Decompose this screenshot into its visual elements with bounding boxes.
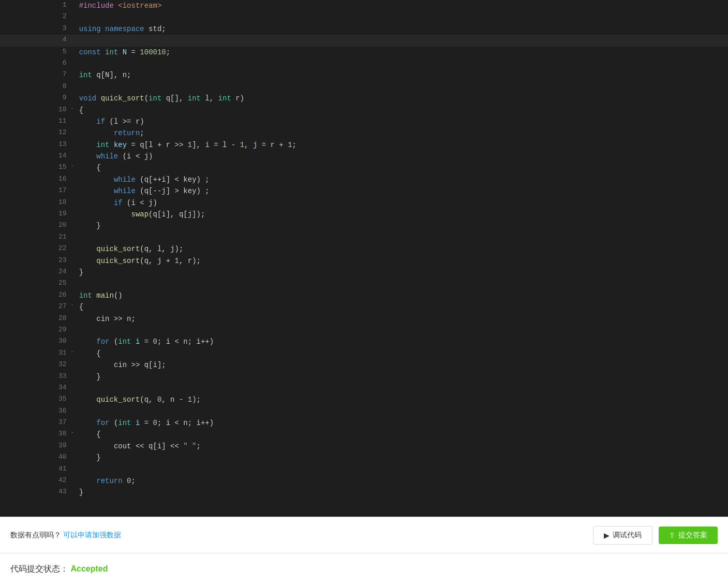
line-number: 38- bbox=[0, 429, 75, 440]
line-number: 42 bbox=[0, 475, 75, 487]
line-number: 1 bbox=[0, 0, 75, 11]
line-number: 33 bbox=[0, 371, 75, 383]
line-content: using namespace std; bbox=[75, 23, 728, 35]
apply-strong-data-link[interactable]: 可以申请加强数据 bbox=[63, 531, 121, 539]
line-number: 2 bbox=[0, 11, 75, 23]
line-content: { bbox=[75, 348, 728, 359]
line-content: cin >> n; bbox=[75, 313, 728, 325]
line-content bbox=[75, 325, 728, 336]
line-number: 41 bbox=[0, 464, 75, 475]
line-number: 5 bbox=[0, 47, 75, 58]
line-content: const int N = 100010; bbox=[75, 47, 728, 58]
line-number: 10- bbox=[0, 105, 75, 116]
line-content: { bbox=[75, 162, 728, 173]
line-content: } bbox=[75, 220, 728, 231]
line-content: while (q[--j] > key) ; bbox=[75, 185, 728, 197]
debug-icon: ▶ bbox=[604, 531, 610, 539]
line-number: 22 bbox=[0, 243, 75, 255]
line-content: { bbox=[75, 105, 728, 116]
line-content bbox=[75, 58, 728, 69]
code-table: 1#include <iostream>2 3using namespace s… bbox=[0, 0, 728, 499]
line-content bbox=[75, 11, 728, 23]
line-content: void quick_sort(int q[], int l, int r) bbox=[75, 93, 728, 104]
line-content bbox=[75, 35, 728, 46]
line-content bbox=[75, 232, 728, 243]
line-number: 26 bbox=[0, 290, 75, 301]
fold-indicator[interactable]: - bbox=[71, 162, 74, 170]
line-number: 15- bbox=[0, 162, 75, 173]
line-number: 34 bbox=[0, 383, 75, 394]
line-number: 8 bbox=[0, 81, 75, 93]
line-content: if (i < j) bbox=[75, 197, 728, 209]
line-number: 39 bbox=[0, 441, 75, 452]
line-content: } bbox=[75, 452, 728, 463]
line-content: int main() bbox=[75, 290, 728, 301]
line-number: 30 bbox=[0, 336, 75, 347]
line-number: 16 bbox=[0, 174, 75, 185]
line-number: 19 bbox=[0, 209, 75, 220]
line-content bbox=[75, 464, 728, 475]
line-content bbox=[75, 278, 728, 289]
line-content: while (i < j) bbox=[75, 151, 728, 162]
line-content: quick_sort(q, 0, n - 1); bbox=[75, 394, 728, 405]
line-number: 37 bbox=[0, 417, 75, 429]
line-content: } bbox=[75, 487, 728, 498]
line-content: cout << q[i] << " "; bbox=[75, 441, 728, 452]
line-number: 17 bbox=[0, 185, 75, 197]
line-number: 3 bbox=[0, 23, 75, 35]
line-content: for (int i = 0; i < n; i++) bbox=[75, 336, 728, 347]
line-number: 27- bbox=[0, 301, 75, 313]
submit-icon: ⇧ bbox=[669, 531, 675, 539]
line-content: } bbox=[75, 371, 728, 383]
fold-indicator[interactable]: - bbox=[71, 348, 74, 356]
status-label: 代码提交状态： bbox=[10, 564, 68, 573]
weak-data-text: 数据有点弱吗？ 可以申请加强数据 bbox=[10, 531, 121, 540]
status-accepted: Accepted bbox=[70, 564, 108, 573]
line-content: cin >> q[i]; bbox=[75, 359, 728, 371]
line-content: quick_sort(q, j + 1, r); bbox=[75, 255, 728, 267]
line-number: 12 bbox=[0, 127, 75, 139]
line-number: 24 bbox=[0, 267, 75, 278]
submit-button[interactable]: ⇧ 提交答案 bbox=[659, 526, 718, 544]
line-number: 4 bbox=[0, 35, 75, 46]
fold-indicator[interactable]: - bbox=[71, 429, 74, 437]
line-number: 32 bbox=[0, 359, 75, 371]
line-content: { bbox=[75, 429, 728, 440]
line-content bbox=[75, 81, 728, 93]
line-number: 35 bbox=[0, 394, 75, 405]
line-content: for (int i = 0; i < n; i++) bbox=[75, 417, 728, 429]
line-content: return 0; bbox=[75, 475, 728, 487]
line-number: 11 bbox=[0, 116, 75, 127]
line-number: 40 bbox=[0, 452, 75, 463]
line-number: 13 bbox=[0, 139, 75, 151]
line-content: quick_sort(q, l, j); bbox=[75, 243, 728, 255]
line-number: 31- bbox=[0, 348, 75, 359]
line-content: return; bbox=[75, 127, 728, 139]
fold-indicator[interactable]: - bbox=[71, 105, 74, 113]
line-number: 43 bbox=[0, 487, 75, 498]
status-text: 代码提交状态： Accepted bbox=[10, 564, 108, 573]
line-content: { bbox=[75, 301, 728, 313]
line-number: 21 bbox=[0, 232, 75, 243]
line-number: 29 bbox=[0, 325, 75, 336]
bottom-bar: 数据有点弱吗？ 可以申请加强数据 ▶ 调试代码 ⇧ 提交答案 bbox=[0, 517, 728, 553]
debug-button[interactable]: ▶ 调试代码 bbox=[593, 526, 652, 545]
line-number: 14 bbox=[0, 151, 75, 162]
line-number: 7 bbox=[0, 69, 75, 81]
line-content: while (q[++i] < key) ; bbox=[75, 174, 728, 185]
line-number: 20 bbox=[0, 220, 75, 231]
line-number: 6 bbox=[0, 58, 75, 69]
line-content: #include <iostream> bbox=[75, 0, 728, 11]
fold-indicator[interactable]: - bbox=[71, 301, 74, 310]
code-editor: 1#include <iostream>2 3using namespace s… bbox=[0, 0, 728, 517]
submit-label: 提交答案 bbox=[678, 531, 707, 540]
line-content: swap(q[i], q[j]); bbox=[75, 209, 728, 220]
line-number: 18 bbox=[0, 197, 75, 209]
line-number: 28 bbox=[0, 313, 75, 325]
line-content: int key = q[l + r >> 1], i = l - 1, j = … bbox=[75, 139, 728, 151]
debug-label: 调试代码 bbox=[613, 531, 642, 540]
line-content bbox=[75, 406, 728, 417]
line-number: 36 bbox=[0, 406, 75, 417]
line-number: 23 bbox=[0, 255, 75, 267]
weak-data-prefix: 数据有点弱吗？ bbox=[10, 531, 61, 539]
